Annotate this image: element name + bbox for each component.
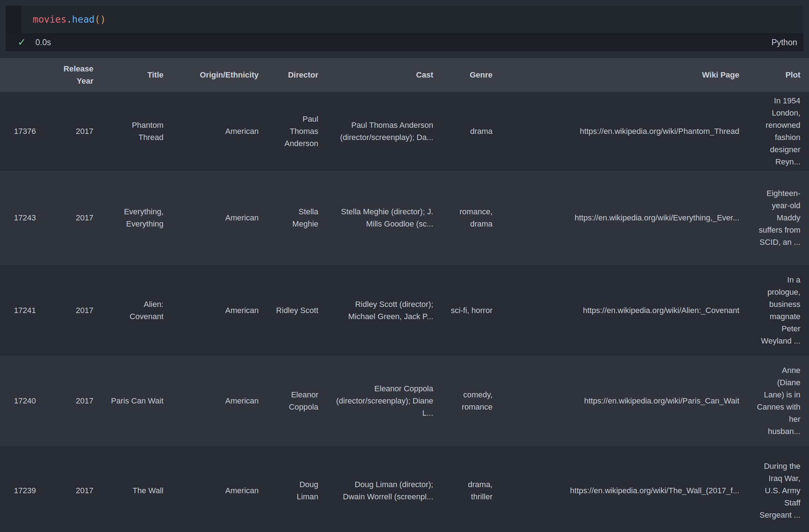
kernel-language-label[interactable]: Python [771, 38, 797, 47]
column-header-genre: Genre [442, 58, 501, 92]
cell-title: Everything, Everything [102, 171, 172, 265]
cell-cast: Stella Meghie (director); J. Mills Goodl… [327, 171, 442, 265]
cell-director: Doug Liman [267, 446, 327, 532]
cell-origin: American [172, 92, 267, 171]
table-row: 172392017The WallAmericanDoug LimanDoug … [0, 446, 809, 532]
cell-director: Ridley Scott [267, 265, 327, 356]
cell-plot: Anne (Diane Lane) is in Cannes with her … [748, 356, 809, 446]
cell-wiki: https://en.wikipedia.org/wiki/Phantom_Th… [501, 92, 748, 171]
cell-release_year: 2017 [45, 92, 102, 171]
cell-index: 17240 [0, 356, 45, 446]
code-editor[interactable]: movies.head() [5, 5, 804, 33]
cell-cast: Ridley Scott (director); Michael Green, … [327, 265, 442, 356]
cell-origin: American [172, 446, 267, 532]
table-body: 173762017Phantom ThreadAmericanPaul Thom… [0, 92, 809, 532]
table-row: 173762017Phantom ThreadAmericanPaul Thom… [0, 92, 809, 171]
code-token-2: head [72, 14, 95, 25]
cell-release_year: 2017 [45, 356, 102, 446]
cell-cast: Doug Liman (director); Dwain Worrell (sc… [327, 446, 442, 532]
notebook-code-cell: movies.head() ✓ 0.0s Python [5, 5, 804, 52]
cell-index: 17241 [0, 265, 45, 356]
table-row: 172432017Everything, EverythingAmericanS… [0, 171, 809, 265]
column-header-index [0, 58, 45, 92]
movies-dataframe-table: Release YearTitleOrigin/EthnicityDirecto… [0, 58, 809, 532]
cell-release_year: 2017 [45, 265, 102, 356]
dataframe-output: Release YearTitleOrigin/EthnicityDirecto… [0, 58, 809, 532]
cell-genre: drama [442, 92, 501, 171]
cell-wiki: https://en.wikipedia.org/wiki/Alien:_Cov… [501, 265, 748, 356]
code-token-1: . [66, 14, 72, 25]
table-row: 172412017Alien: CovenantAmericanRidley S… [0, 265, 809, 356]
cell-director: Paul Thomas Anderson [267, 92, 327, 171]
column-header-origin-ethnicity: Origin/Ethnicity [172, 58, 267, 92]
column-header-title: Title [102, 58, 172, 92]
column-header-director: Director [267, 58, 327, 92]
cell-gutter [5, 5, 21, 33]
cell-index: 17376 [0, 92, 45, 171]
cell-genre: romance, drama [442, 171, 501, 265]
cell-origin: American [172, 265, 267, 356]
cell-genre: comedy, romance [442, 356, 501, 446]
column-header-wiki-page: Wiki Page [501, 58, 748, 92]
cell-title: The Wall [102, 446, 172, 532]
table-header: Release YearTitleOrigin/EthnicityDirecto… [0, 58, 809, 92]
cell-wiki: https://en.wikipedia.org/wiki/The_Wall_(… [501, 446, 748, 532]
cell-wiki: https://en.wikipedia.org/wiki/Everything… [501, 171, 748, 265]
cell-cast: Eleanor Coppola (director/screenplay); D… [327, 356, 442, 446]
cell-origin: American [172, 356, 267, 446]
cell-cast: Paul Thomas Anderson (director/screenpla… [327, 92, 442, 171]
cell-release_year: 2017 [45, 446, 102, 532]
cell-plot: In 1954 London, renowned fashion designe… [748, 92, 809, 171]
cell-director: Stella Meghie [267, 171, 327, 265]
cell-status-bar: ✓ 0.0s Python [5, 33, 804, 51]
execution-duration: 0.0s [35, 38, 51, 47]
code-token-0: movies [33, 14, 66, 25]
cell-genre: drama, thriller [442, 446, 501, 532]
cell-title: Paris Can Wait [102, 356, 172, 446]
column-header-cast: Cast [327, 58, 442, 92]
success-check-icon: ✓ [18, 37, 26, 47]
column-header-plot: Plot [748, 58, 809, 92]
cell-release_year: 2017 [45, 171, 102, 265]
code-token-4: ) [100, 14, 106, 25]
column-header-release-year: Release Year [45, 58, 102, 92]
cell-plot: During the Iraq War, U.S. Army Staff Ser… [748, 446, 809, 532]
cell-genre: sci-fi, horror [442, 265, 501, 356]
table-row: 172402017Paris Can WaitAmericanEleanor C… [0, 356, 809, 446]
cell-director: Eleanor Coppola [267, 356, 327, 446]
cell-title: Phantom Thread [102, 92, 172, 171]
cell-wiki: https://en.wikipedia.org/wiki/Paris_Can_… [501, 356, 748, 446]
cell-origin: American [172, 171, 267, 265]
code-line[interactable]: movies.head() [21, 5, 106, 33]
cell-plot: In a prologue, business magnate Peter We… [748, 265, 809, 356]
cell-index: 17243 [0, 171, 45, 265]
cell-title: Alien: Covenant [102, 265, 172, 356]
cell-index: 17239 [0, 446, 45, 532]
cell-plot: Eighteen-year-old Maddy suffers from SCI… [748, 171, 809, 265]
header-row: Release YearTitleOrigin/EthnicityDirecto… [0, 58, 809, 92]
code-token-3: ( [94, 14, 100, 25]
